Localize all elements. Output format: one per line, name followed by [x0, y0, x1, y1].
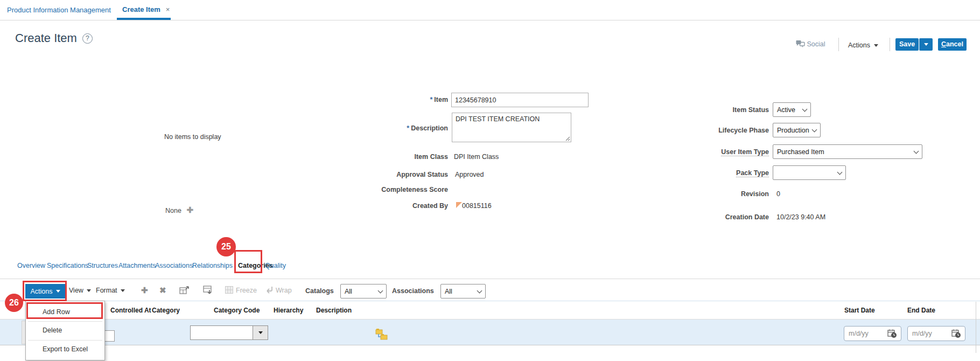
add-attachment-plus-icon[interactable]: ✚ [186, 205, 193, 214]
wrap-button: Wrap [276, 287, 292, 294]
header-separator [890, 38, 890, 51]
annotation-badge-25: 25 [216, 237, 236, 256]
subtab-specifications[interactable]: Specifications [47, 262, 88, 269]
annotation-badge-26: 26 [5, 294, 23, 312]
table-actions-menu-button[interactable]: Actions [25, 284, 65, 298]
lifecycle-phase-select[interactable]: Production [773, 123, 821, 137]
subtab-overview[interactable]: Overview [17, 262, 45, 269]
view-menu-button[interactable]: View [69, 287, 91, 294]
created-by-value: 00815116 [462, 202, 492, 210]
chevron-down-icon [378, 288, 383, 293]
format-menu-button[interactable]: Format [96, 287, 125, 294]
col-start-date: Start Date [844, 307, 875, 314]
chevron-down-icon [802, 106, 808, 112]
category-combobox-input[interactable] [190, 325, 253, 340]
item-class-value: DPI Item Class [454, 153, 499, 161]
catalogs-select[interactable]: All [340, 284, 387, 298]
toolbar-top-border [0, 279, 980, 279]
chevron-down-icon [914, 148, 919, 154]
subtab-attachments[interactable]: Attachments [118, 262, 156, 269]
active-tab-underline [117, 18, 171, 20]
resize-handle[interactable] [565, 136, 570, 141]
item-status-label: Item Status [619, 106, 769, 114]
header-separator [838, 38, 839, 51]
item-status-select[interactable]: Active [773, 102, 811, 117]
col-description: Description [316, 307, 352, 314]
item-class-label: Item Class [302, 153, 448, 161]
save-dropdown-button[interactable] [919, 38, 933, 51]
description-label: *Description [302, 124, 448, 132]
attachments-none: None ✚ [165, 205, 193, 215]
revision-value: 0 [776, 190, 780, 198]
chevron-down-icon [56, 290, 60, 293]
freeze-icon [225, 286, 233, 294]
help-icon[interactable]: ? [82, 33, 93, 44]
approval-status-label: Approval Status [302, 171, 448, 178]
item-input[interactable] [451, 93, 589, 107]
subtab-structures[interactable]: Structures [87, 262, 118, 269]
user-item-type-select[interactable]: Purchased Item [773, 144, 922, 159]
toolbar-bottom-border [0, 301, 980, 301]
chevron-down-icon [874, 44, 878, 47]
col-controlled-at: Controlled At [110, 307, 151, 314]
creation-date-value: 10/2/23 9:40 AM [776, 213, 825, 221]
subtab-quality[interactable]: Quality [265, 262, 286, 269]
add-row-icon[interactable]: ✚ [141, 286, 148, 295]
approval-status-value: Approved [455, 171, 484, 178]
chevron-down-icon [477, 288, 482, 293]
col-category-code: Category Code [214, 307, 260, 314]
detach-icon[interactable] [203, 285, 213, 295]
col-end-date: End Date [907, 307, 935, 314]
menu-item-add-row[interactable]: Add Row [26, 303, 104, 321]
chevron-down-icon [924, 43, 928, 46]
pack-type-select[interactable] [773, 165, 846, 180]
subtab-relationships[interactable]: Relationships [192, 262, 233, 269]
note-marker-icon [456, 202, 462, 208]
delete-row-icon[interactable]: ✖ [159, 286, 166, 295]
creation-date-label: Creation Date [619, 213, 769, 221]
revision-label: Revision [619, 190, 769, 198]
tab-create-item[interactable]: Create Item× [122, 5, 170, 13]
social-icon [796, 40, 805, 48]
chevron-down-icon [87, 289, 91, 292]
tab-product-information-management[interactable]: Product Information Management [7, 6, 111, 14]
header-actions-menu[interactable]: Actions [848, 41, 878, 49]
table-row[interactable] [0, 320, 980, 345]
category-combobox-dropdown-button[interactable] [253, 325, 268, 340]
go-to-top-icon[interactable] [179, 285, 190, 295]
social-button[interactable]: Social [796, 40, 825, 48]
end-date-calendar-icon[interactable] [951, 329, 961, 338]
no-items-text: No items to display [164, 133, 221, 141]
lifecycle-phase-label: Lifecycle Phase [619, 127, 769, 134]
col-category: Category [152, 307, 180, 314]
menu-item-export-to-excel[interactable]: Export to Excel [26, 341, 104, 358]
associations-select[interactable]: All [440, 284, 486, 298]
description-textarea[interactable]: DPI TEST ITEM CREATION [452, 113, 571, 142]
save-button[interactable]: Save [895, 38, 919, 51]
catalogs-label: Catalogs [305, 287, 334, 295]
hierarchy-icon[interactable] [375, 328, 388, 341]
start-date-calendar-icon[interactable] [887, 329, 897, 338]
user-item-type-label[interactable]: User Item Type [619, 148, 769, 156]
completeness-score-label: Completeness Score [302, 186, 448, 193]
actions-dropdown-menu: Add Row Delete Export to Excel [25, 301, 105, 360]
menu-item-delete[interactable]: Delete [26, 322, 104, 339]
subtab-associations[interactable]: Associations [155, 262, 193, 269]
chevron-down-icon [837, 169, 843, 175]
window-tab-bar: Product Information Management Create It… [0, 0, 980, 20]
freeze-button: Freeze [236, 287, 257, 294]
wrap-icon [265, 286, 274, 294]
chevron-down-icon [812, 127, 817, 132]
associations-label: Associations [392, 287, 434, 295]
col-hierarchy: Hierarchy [274, 307, 303, 314]
created-by-label: Created By [302, 202, 448, 210]
chevron-down-icon [121, 289, 125, 292]
chevron-down-icon [258, 331, 263, 334]
item-label: *Item [302, 96, 448, 103]
create-item-page: Product Information Management Create It… [0, 0, 980, 361]
table-right-border [976, 302, 976, 353]
cancel-button[interactable]: Cancel [938, 38, 967, 51]
pack-type-label[interactable]: Pack Type [619, 169, 769, 177]
page-title: Create Item? [15, 31, 93, 45]
tab-close-icon[interactable]: × [166, 5, 170, 13]
